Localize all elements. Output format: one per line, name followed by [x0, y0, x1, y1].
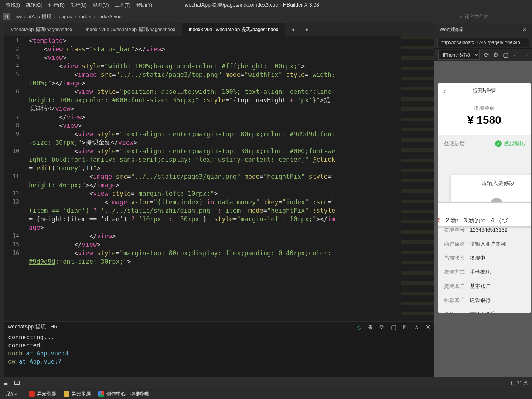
ime-composition[interactable]: us: [438, 203, 531, 215]
code-line[interactable]: -size: 30rpx;">提现金额</view>: [29, 138, 401, 147]
crumb-pages[interactable]: pages: [57, 14, 73, 19]
line-number: [4, 181, 24, 189]
search-icon[interactable]: ⌕: [460, 14, 463, 19]
info-value: 基本账户: [470, 283, 491, 290]
tab-2[interactable]: index2.vue | wechatApp-提现/pages/index: [79, 23, 182, 36]
info-row[interactable]: 提现单号1234646513132: [438, 223, 531, 237]
line-number: 6: [4, 87, 24, 96]
code-line[interactable]: age>: [29, 223, 401, 232]
code-line[interactable]: (item == 'dian') ? '../../static/shuzhi/…: [29, 206, 401, 215]
code-line[interactable]: </view>: [29, 232, 401, 240]
back-icon[interactable]: ←: [513, 52, 519, 58]
code-line[interactable]: height: 100rpx;color: #000;font-size: 35…: [29, 96, 401, 104]
refresh-icon[interactable]: ⟳: [484, 51, 489, 58]
code-line[interactable]: <view style="text-align: center;margin-t…: [29, 147, 401, 155]
preview-tab-title[interactable]: Web浏览器: [440, 26, 464, 33]
forward-icon[interactable]: →: [523, 52, 529, 58]
code-line[interactable]: </view>: [29, 113, 401, 121]
code-line[interactable]: <image src="../../static/page3/top.png" …: [29, 70, 401, 79]
code-line[interactable]: </view>: [29, 240, 401, 249]
file-search-input[interactable]: [463, 13, 529, 20]
screenshot-icon[interactable]: ▢: [503, 51, 508, 58]
code-line[interactable]: ="{height:(item == 'dian') ? '10rpx' : '…: [29, 215, 401, 223]
terminal-line: ow at App.vue:7: [8, 358, 430, 366]
menu-publish[interactable]: 发行(U): [68, 2, 90, 8]
code-line[interactable]: <view style="margin-top: 80rpx;display: …: [29, 249, 401, 257]
menu-view[interactable]: 视图(V): [90, 2, 112, 8]
code-line[interactable]: <view style="text-align: center;margin-t…: [29, 130, 401, 138]
export-icon[interactable]: ⇱: [403, 324, 408, 331]
info-row[interactable]: 备注请输入备注: [438, 307, 531, 313]
settings-icon[interactable]: ⚙: [493, 51, 498, 58]
code-line[interactable]: <image v-for="(item,index) in data.money…: [29, 198, 401, 206]
info-row[interactable]: 当前状态提现中: [438, 251, 531, 265]
code-line[interactable]: ="edit('money',1)">: [29, 164, 401, 172]
phone-back-icon[interactable]: ‹: [443, 87, 446, 95]
line-number: 2: [4, 45, 24, 53]
source-link[interactable]: at App.vue:7: [19, 358, 62, 365]
code-line[interactable]: <template>: [29, 36, 401, 45]
line-number: [4, 79, 24, 87]
source-link[interactable]: at App.vue:4: [26, 350, 69, 357]
line-number: 4: [4, 62, 24, 70]
line-number: 13: [4, 198, 24, 206]
os-taskbar: 见/pa... 异光录屏 异光录屏 创作中心 - 哔哩哔哩...: [0, 388, 532, 399]
code-line[interactable]: height: 46rpx;"></image>: [29, 181, 401, 189]
minimap[interactable]: [401, 36, 434, 321]
code-line[interactable]: <view style="width: 100%;background-colo…: [29, 62, 401, 70]
code-line[interactable]: #9d9d9d;font-size: 30rpx;">: [29, 257, 401, 266]
task-item-chrome[interactable]: 创作中心 - 哔哩哔哩...: [95, 388, 157, 399]
tab-prev-icon[interactable]: ◂: [285, 23, 300, 36]
crumb-file[interactable]: index3.vue: [97, 14, 123, 19]
terminal-line: connected.: [8, 342, 430, 350]
menu-tools[interactable]: 工具(T): [112, 2, 134, 8]
close-preview-icon[interactable]: ✕: [522, 26, 527, 33]
tab-1[interactable]: vechatApp-提现/pages/index: [4, 23, 79, 36]
line-number: [4, 215, 24, 223]
task-item-1[interactable]: 见/pa...: [2, 388, 25, 399]
info-row[interactable]: 商户简称请输入商户简称: [438, 237, 531, 251]
vue-icon[interactable]: ◇: [357, 324, 361, 331]
tab-3-active[interactable]: index3.vue | wechatApp-提现/pages/index: [182, 23, 285, 36]
line-number: [4, 104, 24, 113]
preview-url-input[interactable]: [437, 38, 529, 47]
line-number: [4, 223, 24, 232]
code-line[interactable]: <view>: [29, 53, 401, 62]
amount-value[interactable]: ¥ 1580: [438, 114, 531, 126]
menu-help[interactable]: 帮助(Y): [133, 2, 155, 8]
code-content[interactable]: <template> <view class="status_bar"></vi…: [27, 36, 401, 321]
menu-run[interactable]: 运行(R): [45, 2, 68, 8]
code-line[interactable]: <view style="margin-left: 10rpx;">: [29, 189, 401, 198]
tab-next-icon[interactable]: ▸: [300, 23, 315, 36]
activity-bar[interactable]: [0, 23, 4, 377]
crumb-project[interactable]: wechatApp-提现: [15, 13, 53, 20]
code-line[interactable]: 100%;"></image>: [29, 79, 401, 87]
info-row[interactable]: 收款账户建设银行: [438, 293, 531, 307]
refresh-icon[interactable]: ⟳: [379, 324, 384, 331]
sidebar-toggle-icon[interactable]: ≣: [4, 380, 8, 386]
info-row[interactable]: 提现账户基本账户: [438, 279, 531, 293]
code-line[interactable]: <image src="../../static/page3/qian.png"…: [29, 172, 401, 181]
code-line[interactable]: <view class="status_bar"></view>: [29, 45, 401, 53]
line-number: 3: [4, 53, 24, 62]
code-line[interactable]: ight: bold;font-family: sans-serif;displ…: [29, 155, 401, 164]
code-line[interactable]: <view style="position: absolute;width: 1…: [29, 87, 401, 96]
crumb-index[interactable]: index: [78, 14, 92, 19]
code-editor[interactable]: 12345678910111213141516 <template> <view…: [4, 36, 434, 321]
terminal-output[interactable]: connecting... connected.unch at App.vue:…: [4, 332, 434, 377]
device-select[interactable]: iPhone 6/7/8: [438, 50, 480, 60]
close-icon[interactable]: ✕: [426, 324, 430, 331]
terminal-toggle-icon[interactable]: ⌧: [14, 380, 20, 386]
add-icon[interactable]: ⊕: [368, 324, 373, 331]
task-item-recorder1[interactable]: 异光录屏: [25, 388, 60, 399]
info-row[interactable]: 提现方式手动提现: [438, 265, 531, 279]
stop-icon[interactable]: ▢: [391, 324, 396, 331]
code-line[interactable]: 现详情</view>: [29, 104, 401, 113]
code-line[interactable]: <view>: [29, 121, 401, 130]
menu-find[interactable]: 查找(I): [3, 2, 23, 8]
collapse-icon[interactable]: ∧: [415, 324, 419, 331]
menu-goto[interactable]: 跳转(G): [23, 2, 45, 8]
task-item-recorder2[interactable]: 异光录屏: [60, 388, 95, 399]
project-icon[interactable]: U: [3, 13, 10, 20]
info-key: 当前状态: [444, 255, 470, 262]
